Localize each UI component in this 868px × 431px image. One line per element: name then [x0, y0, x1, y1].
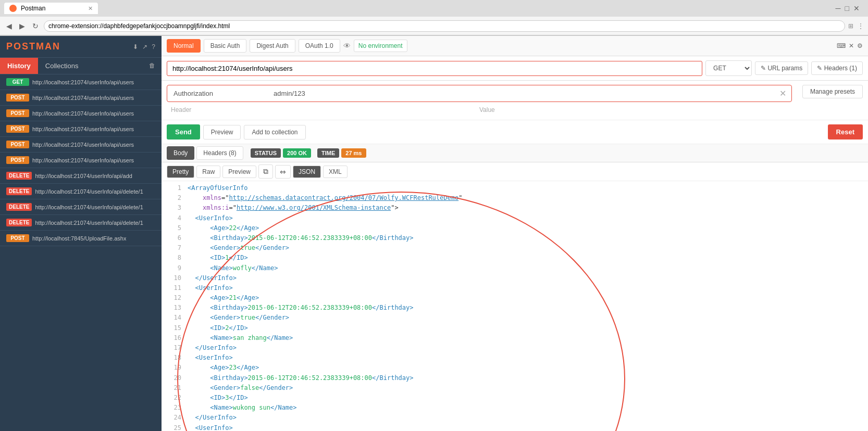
list-item[interactable]: POST http://localhost:21074/userInfo/api…: [0, 137, 162, 153]
main-content: Normal Basic Auth Digest Auth OAuth 1.0 …: [162, 36, 868, 431]
tab-oauth[interactable]: OAuth 1.0: [299, 39, 340, 53]
method-badge-delete: DELETE: [6, 219, 32, 226]
auth-value: admin/123: [274, 90, 776, 97]
tab-close-button[interactable]: ✕: [88, 5, 93, 12]
method-badge-post: POST: [6, 109, 29, 117]
code-line-22: 22 <ID>3</ID>: [167, 393, 863, 403]
add-to-collection-button[interactable]: Add to collection: [244, 125, 305, 140]
keyboard-icon: ⌨: [837, 42, 846, 49]
format-raw[interactable]: Raw: [196, 166, 220, 178]
help-icon[interactable]: ?: [152, 43, 155, 50]
code-line-13: 13 <Birthday>2015-06-12T20:46:52.2383339…: [167, 303, 863, 313]
auth-row: Authorization admin/123 ✕: [167, 85, 792, 102]
preview-button[interactable]: Preview: [203, 125, 241, 140]
response-tab-bar: Body Headers (8) STATUS 200 OK TIME 27 m…: [162, 144, 868, 162]
reset-button[interactable]: Reset: [828, 124, 863, 140]
wrap-icon-button[interactable]: ⇔: [275, 165, 291, 179]
sidebar-tab-collections[interactable]: Collections: [38, 58, 86, 74]
forward-button[interactable]: ▶: [17, 21, 27, 31]
method-badge-post: POST: [6, 94, 29, 102]
list-item[interactable]: DELETE http://localhost:21074/userInfo/a…: [0, 199, 162, 215]
method-select[interactable]: GET POST PUT DELETE: [705, 60, 752, 76]
sidebar-tab-history[interactable]: History: [0, 58, 38, 74]
code-line-23: 23 <Name>wukong sun</Name>: [167, 403, 863, 413]
minimize-button[interactable]: ─: [836, 4, 841, 12]
code-line-3: 3 xmlns:i="http://www.w3.org/2001/XMLSch…: [167, 203, 863, 213]
list-item[interactable]: POST http://localhost:7845/UploadFile.as…: [0, 231, 162, 246]
tab-normal[interactable]: Normal: [167, 39, 201, 53]
manage-presets-button[interactable]: Manage presets: [802, 85, 863, 98]
method-badge-delete: DELETE: [6, 187, 32, 195]
url-params-button[interactable]: ✎ URL params: [755, 61, 808, 75]
maximize-button[interactable]: □: [845, 4, 849, 12]
url-input[interactable]: [167, 61, 702, 76]
code-line-14: 14 <Gender>true</Gender>: [167, 313, 863, 323]
item-url: http://localhost:21074/userInfo/api/user…: [32, 110, 134, 117]
list-item[interactable]: POST http://localhost:21074/userInfo/api…: [0, 153, 162, 168]
item-url: http://localhost:7845/UploadFile.ashx: [32, 235, 126, 242]
code-line-1: 1 <ArrayOfUserInfo: [167, 183, 863, 193]
toolbar-right: ⌨ ✕ ⚙: [837, 42, 863, 49]
format-preview[interactable]: Preview: [222, 166, 256, 178]
code-line-6: 6 <Birthday>2015-06-12T20:46:52.2383339+…: [167, 233, 863, 243]
header-col-label: Header: [171, 106, 479, 113]
item-url: http://localhost:21074/userInfo/api/user…: [32, 95, 134, 101]
auth-section: Authorization admin/123 ✕ Header Value M…: [162, 81, 868, 120]
settings-toolbar-icon[interactable]: ⚙: [857, 42, 863, 49]
browser-chrome: Postman ✕ ─ □ ✕ ◀ ▶ ↻ ⊞ ⋮: [0, 0, 868, 36]
auth-clear-button[interactable]: ✕: [776, 88, 789, 98]
item-url: http://localhost:21074/userInfo/api/dele…: [35, 188, 143, 195]
back-button[interactable]: ◀: [4, 21, 14, 31]
time-value: 27 ms: [341, 148, 366, 158]
format-bar: Pretty Raw Preview ⧉ ⇔ JSON XML: [162, 162, 868, 181]
environment-selector[interactable]: No environment: [354, 40, 407, 52]
list-item[interactable]: DELETE http://localhost:21074/userInfo/a…: [0, 168, 162, 184]
code-line-10: 10 </UserInfo>: [167, 273, 863, 283]
code-line-21: 21 <Gender>false</Gender>: [167, 383, 863, 393]
code-line-7: 7 <Gender>true</Gender>: [167, 243, 863, 253]
status-code: 200 OK: [283, 148, 311, 158]
list-item[interactable]: POST http://localhost:21074/userInfo/api…: [0, 90, 162, 106]
code-area: 1 <ArrayOfUserInfo 2 xmlns="http://schem…: [162, 181, 868, 431]
code-line-2: 2 xmlns="http://schemas.datacontract.org…: [167, 193, 863, 203]
share-icon[interactable]: ↗: [142, 43, 147, 50]
list-item[interactable]: GET http://localhost:21074/userInfo/api/…: [0, 74, 162, 90]
list-item[interactable]: DELETE http://localhost:21074/userInfo/a…: [0, 215, 162, 231]
browser-titlebar: Postman ✕ ─ □ ✕: [0, 0, 868, 17]
send-button[interactable]: Send: [167, 124, 200, 140]
eye-icon[interactable]: 👁: [343, 42, 351, 50]
delete-history-icon[interactable]: 🗑: [143, 58, 162, 74]
list-item[interactable]: DELETE http://localhost:21074/userInfo/a…: [0, 184, 162, 199]
address-input[interactable]: [44, 20, 845, 32]
list-item[interactable]: POST http://localhost:21074/userInfo/api…: [0, 106, 162, 121]
tab-favicon: [9, 5, 17, 12]
close-toolbar-icon[interactable]: ✕: [849, 42, 854, 49]
code-line-25: 25 <UserInfo>: [167, 423, 863, 432]
tab-body[interactable]: Body: [167, 146, 194, 160]
tab-digest-auth[interactable]: Digest Auth: [250, 39, 295, 53]
app-container: POSTMAN ⬇ ↗ ? History Collections 🗑 GET …: [0, 36, 868, 431]
copy-icon-button[interactable]: ⧉: [258, 164, 273, 179]
tab-headers[interactable]: Headers (8): [196, 146, 243, 160]
browser-tab[interactable]: Postman ✕: [4, 3, 98, 14]
response-section: Body Headers (8) STATUS 200 OK TIME 27 m…: [162, 144, 868, 431]
value-col-label: Value: [479, 106, 788, 113]
settings-icon[interactable]: ⋮: [858, 22, 864, 30]
code-line-17: 17 </UserInfo>: [167, 343, 863, 353]
headers-button[interactable]: ✎ Headers (1): [811, 61, 863, 75]
refresh-button[interactable]: ↻: [30, 21, 41, 31]
download-icon[interactable]: ⬇: [133, 43, 138, 50]
sidebar-icon-group: ⬇ ↗ ?: [133, 43, 155, 50]
tab-basic-auth[interactable]: Basic Auth: [204, 39, 247, 53]
list-item[interactable]: POST http://localhost:21074/userInfo/api…: [0, 121, 162, 137]
code-line-5: 5 <Age>22</Age>: [167, 223, 863, 233]
code-line-24: 24 </UserInfo>: [167, 413, 863, 423]
close-window-button[interactable]: ✕: [853, 4, 860, 12]
type-xml[interactable]: XML: [323, 166, 348, 178]
method-badge-post: POST: [6, 141, 29, 148]
method-badge-post: POST: [6, 234, 29, 242]
cast-icon: ⊞: [848, 22, 853, 30]
format-pretty[interactable]: Pretty: [167, 166, 194, 178]
method-badge-delete: DELETE: [6, 203, 32, 211]
type-json[interactable]: JSON: [293, 166, 321, 178]
